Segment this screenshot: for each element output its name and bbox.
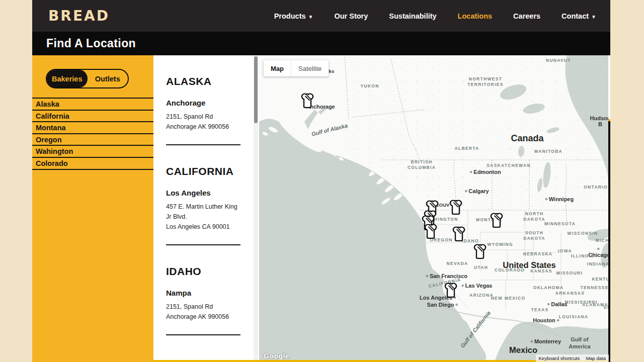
bread-location-marker[interactable] — [472, 243, 488, 259]
page-scrollbar[interactable] — [608, 55, 610, 362]
location-section: CALIFORNIALos Angeles457 E. Martin Luthe… — [166, 145, 244, 245]
bakeries-outlets-toggle: Bakeries Outlets — [46, 69, 129, 88]
location-state-heading: ALASKA — [166, 55, 244, 87]
map-attribution: Keyboard shortcuts Map data — [536, 354, 609, 362]
location-state-heading: CALIFORNIA — [166, 145, 244, 177]
nav-item-contact[interactable]: Contact▼ — [561, 12, 596, 20]
nav-item-our-story[interactable]: Our Story — [334, 12, 368, 20]
chevron-down-icon: ▼ — [308, 14, 313, 20]
nav-menu: Products▼Our StorySustainabilityLocation… — [274, 0, 596, 32]
location-city: Anchorage — [166, 99, 244, 107]
sidebar-state-colorado[interactable]: Colorado — [32, 158, 153, 170]
brand-logo[interactable]: BREAD — [48, 8, 110, 24]
location-section: ALASKAAnchorage2151, Spanol RdAnchorage … — [166, 55, 244, 145]
page: BREAD Products▼Our StorySustainabilityLo… — [32, 0, 610, 362]
bread-location-marker[interactable] — [443, 282, 458, 298]
locations-panel: ALASKAAnchorage2151, Spanol RdAnchorage … — [153, 55, 259, 362]
page-title-bar: Find A Location — [32, 32, 610, 55]
chevron-down-icon: ▼ — [591, 14, 596, 20]
toggle-bakeries[interactable]: Bakeries — [47, 70, 88, 87]
location-section: IDAHONampa2151, Spanol RdAnchorage AK 99… — [166, 245, 244, 335]
nav-item-sustainability[interactable]: Sustainability — [389, 12, 436, 20]
map-button[interactable]: Map — [264, 60, 291, 76]
sidebar-state-california[interactable]: California — [32, 111, 153, 123]
nav-item-careers[interactable]: Careers — [513, 12, 540, 20]
nav-item-locations[interactable]: Locations — [458, 12, 492, 20]
bread-location-marker[interactable] — [451, 225, 466, 242]
sidebar-state-wahington[interactable]: Wahington — [32, 146, 153, 158]
panel-scrollbar[interactable] — [254, 55, 258, 362]
location-state-heading: IDAHO — [166, 245, 244, 278]
sidebar-state-alaska[interactable]: Alaska — [32, 99, 153, 111]
bread-location-marker[interactable] — [300, 92, 315, 109]
location-address: 457 E. Martin Luther King Jr Blvd.Los An… — [166, 202, 244, 232]
google-logo[interactable]: Google — [264, 352, 289, 360]
sidebar: Bakeries Outlets AlaskaCaliforniaMontana… — [32, 55, 153, 362]
nav-item-products[interactable]: Products▼ — [274, 12, 313, 20]
keyboard-shortcuts-link[interactable]: Keyboard shortcuts — [536, 354, 583, 362]
bread-location-marker[interactable] — [448, 199, 463, 215]
location-address: 2151, Spanol RdAnchorage AK 990056 — [166, 302, 244, 322]
state-list: AlaskaCaliforniaMontanaOregonWahingtonCo… — [32, 98, 153, 170]
location-city: Los Angeles — [166, 189, 244, 197]
page-scrollbar-thumb[interactable] — [608, 121, 610, 362]
top-nav: BREAD Products▼Our StorySustainabilityLo… — [32, 0, 610, 32]
location-city: Nampa — [166, 289, 244, 297]
sidebar-state-oregon[interactable]: Oregon — [32, 134, 153, 146]
map-canvas[interactable]: NUNAVUTNORTHWEST TERRITORIESYUKONnksAnch… — [259, 55, 609, 362]
map-data-link[interactable]: Map data — [583, 354, 609, 362]
bread-location-marker[interactable] — [489, 212, 504, 228]
toggle-outlets[interactable]: Outlets — [88, 70, 128, 87]
satellite-button[interactable]: Satellite — [291, 60, 329, 76]
sidebar-state-montana[interactable]: Montana — [32, 122, 153, 134]
page-title: Find A Location — [46, 37, 136, 50]
bread-location-marker[interactable] — [423, 223, 438, 239]
section-divider — [166, 334, 240, 335]
panel-scrollbar-thumb[interactable] — [254, 56, 258, 123]
map-type-control: Map Satellite — [264, 60, 329, 76]
location-address: 2151, Spanol RdAnchorage AK 990056 — [166, 112, 244, 132]
